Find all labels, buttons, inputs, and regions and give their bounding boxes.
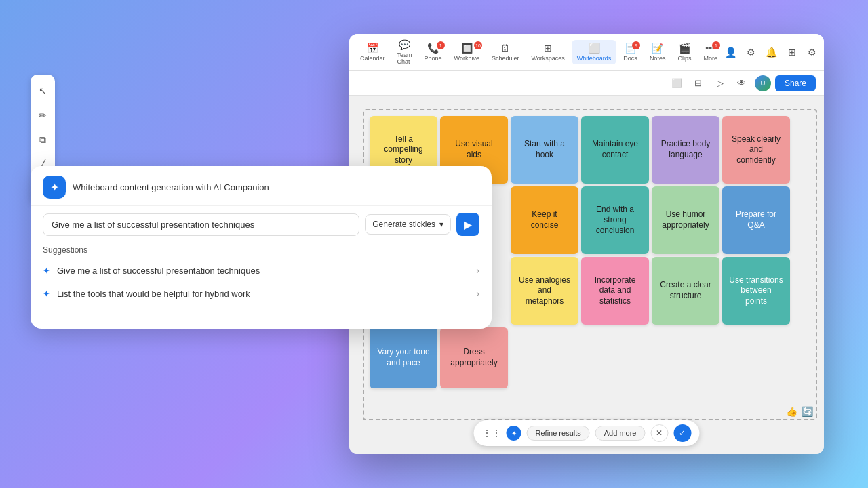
scheduler-icon: 🗓 xyxy=(500,43,510,54)
ai-panel-header: ✦ Whiteboard content generation with AI … xyxy=(31,166,492,206)
nav-items: 📅 Calendar 💬 Team Chat 📞 Phone 1 🔲 Workh… xyxy=(355,37,723,68)
nav-item-more[interactable]: ••• More 1 xyxy=(698,40,723,64)
nav-item-docs[interactable]: 📄 Docs 9 xyxy=(618,40,643,64)
search-icon[interactable]: 👤 xyxy=(723,44,739,60)
nav-label-notes: Notes xyxy=(650,55,666,62)
more-badge: 1 xyxy=(712,41,720,49)
nav-label-clips: Clips xyxy=(677,55,691,62)
copy-tool[interactable]: ⧉ xyxy=(31,129,55,150)
sticky-concise[interactable]: Keep it concise xyxy=(511,186,578,254)
pen-tool[interactable]: ✏ xyxy=(31,104,55,126)
bottom-close-button[interactable]: ✕ xyxy=(650,424,668,442)
nav-label-workhive: Workhive xyxy=(454,55,479,62)
dots-icon: ⋮⋮ xyxy=(482,428,501,439)
workhive-badge: 10 xyxy=(474,41,482,49)
docs-badge: 9 xyxy=(632,41,640,49)
nav-item-workhive[interactable]: 🔲 Workhive 10 xyxy=(449,40,485,64)
suggestions-label: Suggestions xyxy=(31,243,492,259)
sticky-analogies[interactable]: Use analogies and metaphors xyxy=(511,257,578,325)
sticky-start-hook[interactable]: Start with a hook xyxy=(511,116,578,184)
nav-label-chat: Team Chat xyxy=(397,52,412,65)
nav-label-whiteboards: Whiteboards xyxy=(577,55,612,62)
ai-companion-icon: ✦ xyxy=(43,176,66,199)
sticky-eye-contact[interactable]: Maintain eye contact xyxy=(581,116,649,184)
nav-item-scheduler[interactable]: 🗓 Scheduler xyxy=(486,40,525,64)
notifications-icon[interactable]: 🔔 xyxy=(764,44,780,60)
cursor-tool[interactable]: ↖ xyxy=(31,80,55,102)
ai-panel-title: Whiteboard content generation with AI Co… xyxy=(73,182,269,192)
nav-item-team-chat[interactable]: 💬 Team Chat xyxy=(392,37,418,68)
chevron-down-icon: ▾ xyxy=(439,220,443,229)
nav-item-clips[interactable]: 🎬 Clips xyxy=(672,40,696,64)
toolbar-row: ⬜ ⊟ ▷ 👁 U Share xyxy=(349,71,824,96)
refine-results-button[interactable]: Refine results xyxy=(527,426,590,441)
corner-icons: 👍 🔄 xyxy=(786,406,813,417)
sticky-humor[interactable]: Use humor appropriately xyxy=(652,186,719,254)
toolbar-avatar[interactable]: U xyxy=(755,75,771,92)
generate-stickies-dropdown[interactable]: Generate stickies ▾ xyxy=(365,214,451,235)
ai-send-button[interactable]: ▶ xyxy=(456,213,479,236)
settings-icon[interactable]: ⚙ xyxy=(743,44,760,60)
suggestion-arrow-1: › xyxy=(476,265,479,276)
phone-badge: 1 xyxy=(437,41,445,49)
layout-btn[interactable]: ⊟ xyxy=(690,75,707,92)
nav-label-calendar: Calendar xyxy=(360,55,385,62)
share-button[interactable]: Share xyxy=(775,75,816,92)
ai-companion-panel: ✦ Whiteboard content generation with AI … xyxy=(31,166,492,329)
add-more-button[interactable]: Add more xyxy=(595,426,646,441)
whiteboards-icon: ⬜ xyxy=(589,43,600,54)
nav-label-more: More xyxy=(703,55,717,62)
bottom-action-bar: ⋮⋮ ✦ Refine results Add more ✕ ✓ xyxy=(474,420,700,446)
apps-icon[interactable]: ⊞ xyxy=(784,44,800,60)
nav-label-workspaces: Workspaces xyxy=(531,55,564,62)
notes-icon: 📝 xyxy=(652,43,663,54)
thumb-up-icon[interactable]: 👍 xyxy=(786,406,797,417)
gear-icon[interactable]: ⚙ xyxy=(804,44,821,60)
sticky-conclusion[interactable]: End with a strong conclusion xyxy=(581,186,649,254)
workspaces-icon: ⊞ xyxy=(544,43,552,54)
suggestion-text-1: Give me a list of successful presentatio… xyxy=(57,266,469,276)
sticky-qa[interactable]: Prepare for Q&A xyxy=(722,186,790,254)
sticky-speak-clearly[interactable]: Speak clearly and confidently xyxy=(722,116,790,184)
ai-input-row: Generate stickies ▾ ▶ xyxy=(31,206,492,243)
nav-item-whiteboards[interactable]: ⬜ Whiteboards xyxy=(572,40,617,64)
nav-item-workspaces[interactable]: ⊞ Workspaces xyxy=(526,40,570,64)
workhive-icon: 🔲 xyxy=(461,43,473,54)
sticky-transitions[interactable]: Use transitions between points xyxy=(722,257,790,325)
ai-bar-icon: ✦ xyxy=(507,426,521,441)
clips-icon: 🎬 xyxy=(679,43,690,54)
eye-btn[interactable]: 👁 xyxy=(733,75,751,92)
nav-item-phone[interactable]: 📞 Phone 1 xyxy=(419,40,448,64)
calendar-icon: 📅 xyxy=(367,43,378,54)
nav-item-calendar[interactable]: 📅 Calendar xyxy=(355,40,391,64)
nav-item-notes[interactable]: 📝 Notes xyxy=(644,40,671,64)
sticky-dress[interactable]: Dress appropriately xyxy=(440,327,508,388)
ai-query-input[interactable] xyxy=(43,214,359,236)
nav-bar: 📅 Calendar 💬 Team Chat 📞 Phone 1 🔲 Workh… xyxy=(349,34,824,71)
refresh-icon[interactable]: 🔄 xyxy=(802,406,813,417)
sticky-data[interactable]: Incorporate data and statistics xyxy=(581,257,649,325)
video-btn[interactable]: ▷ xyxy=(711,75,729,92)
sticky-tone[interactable]: Vary your tone and pace xyxy=(370,327,437,388)
nav-label-docs: Docs xyxy=(623,55,637,62)
nav-label-scheduler: Scheduler xyxy=(492,55,519,62)
sticky-body-language[interactable]: Practice body language xyxy=(652,116,719,184)
suggestion-ai-icon-1: ✦ xyxy=(43,266,50,276)
bottom-check-button[interactable]: ✓ xyxy=(673,424,691,442)
frame-btn[interactable]: ⬜ xyxy=(668,75,686,92)
nav-right: 👤 ⚙ 🔔 ⊞ ⚙ U xyxy=(723,43,824,61)
suggestion-ai-icon-2: ✦ xyxy=(43,289,50,299)
chat-icon: 💬 xyxy=(399,39,410,50)
nav-label-phone: Phone xyxy=(425,55,442,62)
suggestion-arrow-2: › xyxy=(476,288,479,299)
sticky-structure[interactable]: Create a clear structure xyxy=(652,257,719,325)
suggestion-item-2[interactable]: ✦ List the tools that would be helpful f… xyxy=(31,282,492,305)
suggestion-item-1[interactable]: ✦ Give me a list of successful presentat… xyxy=(31,259,492,282)
dropdown-label: Generate stickies xyxy=(372,220,435,229)
suggestion-text-2: List the tools that would be helpful for… xyxy=(57,289,469,299)
